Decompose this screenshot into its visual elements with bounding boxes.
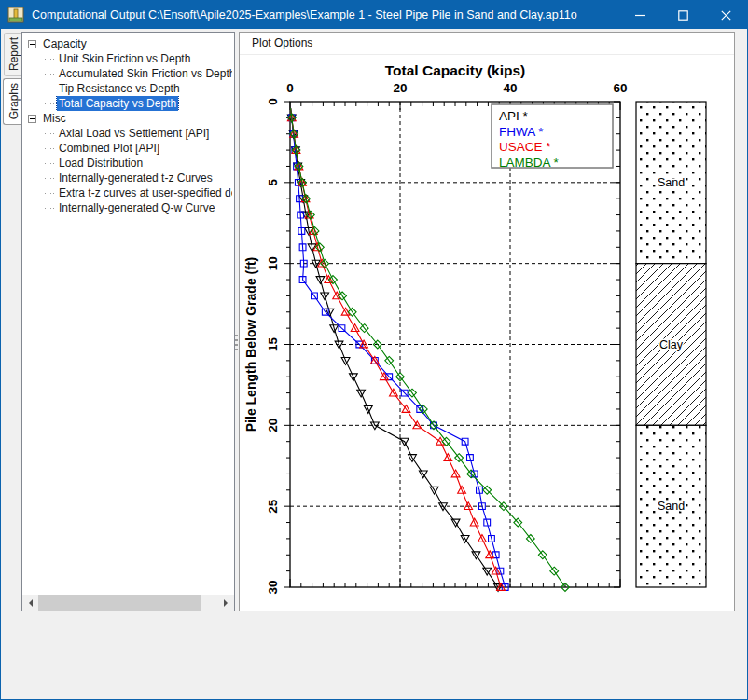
close-window-button[interactable] [704, 1, 747, 29]
app-window: Computational Output C:\Ensoft\Apile2025… [0, 0, 748, 700]
tree-item-accumulated-skin-friction[interactable]: Accumulated Skin Friction vs Depth [26, 66, 232, 81]
svg-text:LAMBDA *: LAMBDA * [499, 156, 560, 170]
svg-text:10: 10 [266, 256, 280, 270]
svg-text:Total Capacity (kips): Total Capacity (kips) [385, 62, 525, 78]
svg-text:API *: API * [499, 109, 529, 123]
plot-options-menu[interactable]: Plot Options [244, 33, 320, 53]
tree-item-total-capacity[interactable]: Total Capacity vs Depth [26, 96, 232, 111]
tree-item-qw-curve[interactable]: Internally-generated Q-w Curve [26, 200, 232, 215]
svg-text:USACE *: USACE * [499, 140, 551, 154]
tree-item-extra-tz-curves[interactable]: Extra t-z curves at user-specified dept [26, 185, 232, 200]
maximize-button[interactable] [661, 1, 704, 29]
close-icon [721, 10, 731, 21]
svg-text:0: 0 [286, 81, 294, 95]
tree-horizontal-scrollbar[interactable] [22, 595, 234, 611]
scrollbar-thumb[interactable] [38, 595, 201, 611]
tree-node-misc[interactable]: Misc [26, 111, 232, 126]
svg-text:Clay: Clay [659, 338, 684, 351]
svg-text:15: 15 [266, 337, 280, 352]
tree-item-tz-curves[interactable]: Internally-generated t-z Curves [26, 171, 232, 185]
title-bar[interactable]: Computational Output C:\Ensoft\Apile2025… [1, 1, 747, 29]
svg-text:30: 30 [266, 580, 280, 594]
svg-text:Sand: Sand [658, 500, 685, 513]
scroll-right-arrow-icon[interactable] [218, 595, 234, 611]
svg-text:40: 40 [503, 81, 517, 95]
svg-text:20: 20 [393, 81, 407, 95]
panel-splitter[interactable] [235, 335, 238, 351]
svg-text:5: 5 [266, 179, 280, 186]
tree-node-capacity[interactable]: Capacity [26, 36, 232, 51]
scroll-left-arrow-icon[interactable] [22, 595, 38, 611]
tree-item-combined-plot[interactable]: Combined Plot [API] [26, 141, 232, 156]
svg-text:FHWA *: FHWA * [499, 125, 544, 139]
plot-panel: Plot Options Total Capacity (kips)Pile L… [239, 32, 735, 611]
svg-text:Pile Length Below Grade (ft): Pile Length Below Grade (ft) [243, 257, 258, 432]
collapse-icon[interactable] [28, 40, 36, 48]
total-capacity-chart: Total Capacity (kips)Pile Length Below G… [240, 33, 734, 611]
plot-menubar: Plot Options [240, 33, 734, 55]
window-title: Computational Output C:\Ensoft\Apile2025… [32, 8, 577, 21]
side-tab-strip: Report Graphs [1, 29, 22, 611]
svg-text:60: 60 [613, 81, 627, 95]
tree-item-unit-skin-friction[interactable]: Unit Skin Friction vs Depth [26, 51, 232, 66]
graph-tree-panel: Capacity Unit Skin Friction vs Depth Acc… [21, 32, 235, 611]
tree-item-load-distribution[interactable]: Load Distribution [26, 156, 232, 171]
tab-graphs[interactable]: Graphs [3, 78, 23, 125]
minimize-button[interactable] [618, 1, 661, 29]
minimize-icon [635, 10, 645, 21]
svg-text:20: 20 [266, 419, 280, 432]
maximize-icon [678, 10, 688, 21]
tree-item-tip-resistance[interactable]: Tip Resistance vs Depth [26, 81, 232, 96]
tab-report[interactable]: Report [4, 33, 22, 76]
footer-bar: E Close [1, 612, 747, 700]
svg-text:Sand: Sand [658, 176, 685, 189]
svg-text:0: 0 [266, 98, 280, 105]
app-icon [7, 7, 24, 23]
svg-text:25: 25 [266, 499, 280, 514]
tree-item-axial-load-settlement[interactable]: Axial Load vs Settlement [API] [26, 126, 232, 141]
collapse-icon[interactable] [28, 115, 36, 123]
